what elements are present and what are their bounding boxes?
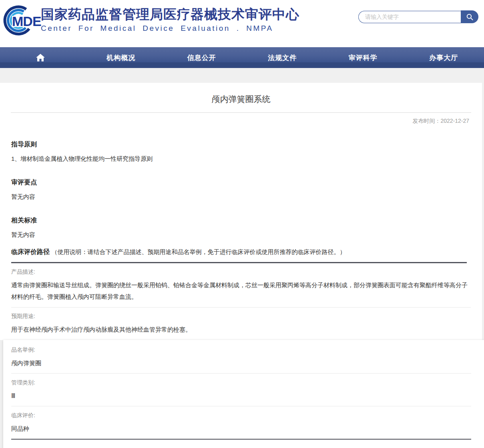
standards-content: 暂无内容 (11, 230, 471, 239)
publish-date-value: 2022-12-27 (440, 118, 469, 124)
site-title: 国家药品监督管理局医疗器械技术审评中心 (41, 6, 299, 23)
nav-item-regulations[interactable]: 法规文件 (268, 53, 297, 62)
clinical-path-note: （使用说明：请结合下述产品描述、预期用途和品名举例，免于进行临床评价或使用所推荐… (51, 248, 345, 255)
nav-item-service-hall[interactable]: 办事大厅 (429, 53, 458, 62)
section-heading-standards: 相关标准 (11, 216, 471, 225)
article-title: 颅内弹簧圈系统 (0, 83, 482, 112)
section-heading-guidance: 指导原则 (11, 140, 471, 149)
logo-text: MDE (12, 14, 41, 29)
publish-date-label: 发布时间： (412, 118, 440, 124)
nav-item-home[interactable] (36, 53, 45, 62)
clinical-path-heading-row: 临床评价路径 （使用说明：请结合下述产品描述、预期用途和品名举例，免于进行临床评… (11, 248, 471, 256)
field-label: 预期用途: (11, 312, 471, 320)
field-value: 同品种 (11, 423, 471, 434)
classification-card: 品名举例: 颅内弹簧圈 管理类别: Ⅲ 临床评价: 同品种 (3, 340, 484, 448)
field-value: 用于在神经颅内手术中治疗颅内动脉瘤及其他神经血管异常的栓塞。 (11, 324, 471, 335)
search-icon (466, 13, 474, 21)
nav-item-information[interactable]: 信息公开 (187, 53, 216, 62)
cmde-logo-icon: MDE (3, 3, 42, 38)
clinical-path-heading: 临床评价路径 (11, 248, 50, 255)
field-label: 品名举例: (11, 346, 471, 354)
field-value: 通常由弹簧圈和输送导丝组成。弹簧圈的绕丝一般采用铂钨、铂铱合金等金属材料制成，芯… (11, 279, 471, 302)
field-label: 管理类别: (11, 378, 471, 386)
field-management-class: 管理类别: Ⅲ (11, 374, 471, 406)
site-header: MDE 国家药品监督管理局医疗器械技术审评中心 Center For Medic… (0, 0, 484, 47)
field-clinical-evaluation: 临床评价: 同品种 (11, 406, 471, 440)
search-button[interactable] (461, 10, 478, 23)
field-value: Ⅲ (11, 390, 471, 402)
field-label: 临床评价: (11, 411, 471, 419)
site-titles: 国家药品监督管理局医疗器械技术审评中心 Center For Medical D… (41, 6, 299, 34)
search-bar (358, 10, 478, 23)
field-product-description: 产品描述: 通常由弹簧圈和输送导丝组成。弹簧圈的绕丝一般采用铂钨、铂铱合金等金属… (11, 263, 471, 308)
field-intended-use: 预期用途: 用于在神经颅内手术中治疗颅内动脉瘤及其他神经血管异常的栓塞。 (11, 308, 471, 340)
search-input[interactable] (358, 11, 461, 23)
guidance-item-link[interactable]: 1、增材制造金属植入物理化性能均一性研究指导原则 (11, 154, 471, 163)
nav-item-review-science[interactable]: 审评科学 (349, 53, 378, 62)
review-points-content: 暂无内容 (11, 192, 471, 201)
article-card: 颅内弹簧圈系统 发布时间：2022-12-27 指导原则 1、增材制造金属植入物… (0, 83, 482, 340)
field-label: 产品描述: (11, 268, 471, 276)
home-icon (36, 53, 45, 62)
publish-date: 发布时间：2022-12-27 (0, 113, 482, 125)
section-heading-review-points: 审评要点 (11, 178, 471, 187)
main-nav: 机构概况 信息公开 法规文件 审评科学 办事大厅 (0, 47, 484, 68)
cmde-logo[interactable]: MDE (3, 3, 42, 38)
nav-item-organization[interactable]: 机构概况 (106, 53, 135, 62)
field-product-name-example: 品名举例: 颅内弹簧圈 (11, 341, 471, 374)
field-value: 颅内弹簧圈 (11, 357, 471, 369)
site-subtitle: Center For Medical Device Evaluation . N… (41, 23, 299, 34)
